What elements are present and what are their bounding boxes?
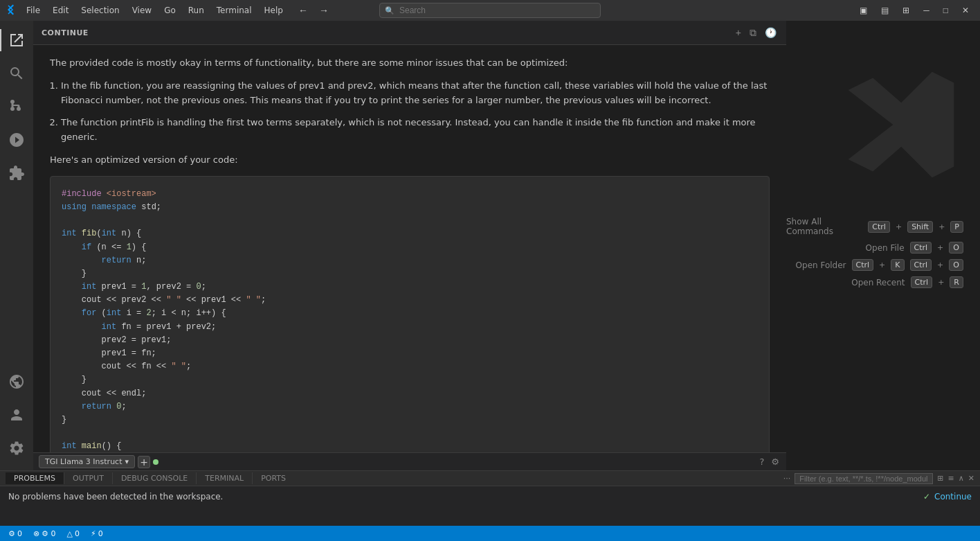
menu-file[interactable]: File	[21, 3, 46, 18]
errors-indicator[interactable]: ⊗ ⚙ 0	[30, 529, 59, 538]
continue-action: ✓ Continue	[923, 492, 972, 502]
maximize-button[interactable]: □	[938, 3, 954, 18]
no-problems-text: No problems have been detected in the wo…	[8, 492, 223, 502]
info-count: 0	[98, 529, 103, 538]
shortcut-key: R	[950, 276, 963, 288]
no-problems-area: No problems have been detected in the wo…	[8, 492, 223, 502]
split-editor-button[interactable]: ⧉	[748, 26, 758, 40]
list-view-icon[interactable]: ≡	[948, 474, 954, 483]
shortcut-key: Ctrl	[911, 276, 933, 288]
more-actions-icon[interactable]: ···	[783, 474, 791, 483]
model-selector[interactable]: TGI Llama 3 Instruct ▾	[39, 455, 135, 468]
menu-run[interactable]: Run	[183, 3, 210, 18]
panel-tabs: PROBLEMS OUTPUT DEBUG CONSOLE TERMINAL P…	[6, 472, 294, 484]
minimize-button[interactable]: ─	[918, 3, 935, 18]
nav-back-button[interactable]: ←	[294, 3, 312, 17]
tab-output[interactable]: OUTPUT	[64, 472, 113, 484]
continue-button[interactable]: Continue	[934, 492, 972, 502]
problems-panel: PROBLEMS OUTPUT DEBUG CONSOLE TERMINAL P…	[0, 470, 980, 526]
shortcut-key: O	[949, 259, 963, 271]
titlebar: File Edit Selection View Go Run Terminal…	[0, 0, 980, 21]
menu-help[interactable]: Help	[259, 3, 289, 18]
sidebar-toggle-button[interactable]: ▣	[854, 3, 873, 18]
activity-item-search[interactable]	[0, 57, 33, 90]
remote-indicator[interactable]: ⚙ 0	[6, 529, 25, 538]
model-bar-actions: ? ⚙	[758, 455, 781, 468]
history-button[interactable]: 🕐	[763, 26, 778, 39]
tab-ports[interactable]: PORTS	[253, 472, 294, 484]
menu-selection[interactable]: Selection	[75, 3, 125, 18]
info-indicator[interactable]: ⚡ 0	[88, 529, 106, 538]
message-intro: The provided code is mostly okay in term…	[50, 56, 770, 71]
model-status-indicator	[153, 459, 158, 465]
activity-item-settings[interactable]	[0, 432, 33, 465]
code-block: #include <iostream> using namespace std;…	[50, 176, 770, 452]
lower-section: PROBLEMS OUTPUT DEBUG CONSOLE TERMINAL P…	[0, 470, 980, 541]
vscode-logo	[839, 62, 963, 189]
close-button[interactable]: ✕	[956, 3, 974, 18]
open-folder-label: Open Folder	[796, 260, 846, 270]
activity-item-account[interactable]	[0, 398, 33, 432]
warning-count: 0	[75, 529, 80, 538]
panel-actions: ··· ⊞ ≡ ∧ ✕	[783, 473, 974, 484]
show-all-label: Show All Commands	[786, 217, 862, 236]
chat-panel: CONTINUE + ⧉ 🕐 The provided code is most…	[33, 21, 786, 470]
tab-terminal[interactable]: TERMINAL	[197, 472, 253, 484]
open-file-label: Open File	[866, 243, 905, 253]
new-chat-button[interactable]: +	[734, 26, 743, 39]
shortcut-plus: +	[937, 260, 943, 269]
shortcut-plus: +	[879, 260, 885, 269]
search-input[interactable]	[379, 3, 601, 18]
menu-edit[interactable]: Edit	[47, 3, 74, 18]
error-icon: ⊗	[33, 529, 39, 538]
warning-icon: △	[66, 529, 72, 538]
app-logo	[6, 4, 17, 17]
panel-toggle-button[interactable]: ▤	[875, 3, 894, 18]
activity-item-remote[interactable]	[0, 365, 33, 398]
nav-forward-button[interactable]: →	[315, 3, 333, 17]
warnings-indicator[interactable]: △ 0	[64, 529, 82, 538]
shortcut-plus: +	[896, 222, 902, 231]
shortcut-open-folder: Open Folder Ctrl + K Ctrl + O	[796, 259, 963, 271]
shortcut-show-all: Show All Commands Ctrl + Shift + P	[786, 217, 963, 236]
activity-bottom	[0, 365, 33, 470]
navigation-arrows: ← →	[294, 3, 333, 17]
menu-terminal[interactable]: Terminal	[211, 3, 257, 18]
menu-view[interactable]: View	[127, 3, 157, 18]
remote-label: 0	[17, 529, 22, 538]
welcome-panel: Show All Commands Ctrl + Shift + P Open …	[786, 21, 980, 470]
shortcuts-list: Show All Commands Ctrl + Shift + P Open …	[786, 217, 963, 288]
shortcut-open-recent: Open Recent Ctrl + R	[851, 276, 963, 288]
activity-item-source-control[interactable]	[0, 90, 33, 123]
shortcut-key: Shift	[907, 221, 933, 233]
list-item: In the fib function, you are reassigning…	[61, 79, 770, 108]
shortcut-plus: +	[938, 278, 944, 287]
activity-item-extensions[interactable]	[0, 157, 33, 190]
menu-go[interactable]: Go	[158, 3, 181, 18]
shortcut-open-file: Open File Ctrl + O	[866, 242, 963, 254]
filter-icon[interactable]: ⊞	[937, 474, 943, 483]
shortcut-plus: +	[938, 222, 945, 231]
layout-button[interactable]: ⊞	[897, 3, 915, 18]
activity-item-run-debug[interactable]	[0, 123, 33, 157]
menu-bar: File Edit Selection View Go Run Terminal…	[21, 3, 289, 18]
tab-debug-console[interactable]: DEBUG CONSOLE	[113, 472, 197, 484]
filter-input[interactable]	[795, 473, 933, 484]
shortcut-key: O	[949, 242, 963, 254]
expand-panel-icon[interactable]: ✕	[968, 474, 974, 483]
shortcut-key: K	[891, 259, 904, 271]
model-name: TGI Llama 3 Instruct	[45, 457, 122, 466]
content-area: CONTINUE + ⧉ 🕐 The provided code is most…	[33, 21, 980, 470]
optimized-label: Here's an optimized version of your code…	[50, 153, 770, 168]
close-panel-icon[interactable]: ∧	[959, 474, 964, 483]
problems-content: No problems have been detected in the wo…	[0, 486, 980, 507]
activity-item-explorer[interactable]	[0, 24, 33, 57]
add-model-button[interactable]: +	[138, 456, 150, 468]
info-icon: ⚡	[91, 529, 96, 538]
tab-problems[interactable]: PROBLEMS	[6, 472, 64, 484]
check-icon: ✓	[923, 492, 930, 502]
gear-icon[interactable]: ⚙	[770, 455, 781, 468]
help-icon[interactable]: ?	[758, 455, 765, 468]
chat-header: CONTINUE + ⧉ 🕐	[33, 21, 786, 45]
activity-bar	[0, 21, 33, 470]
